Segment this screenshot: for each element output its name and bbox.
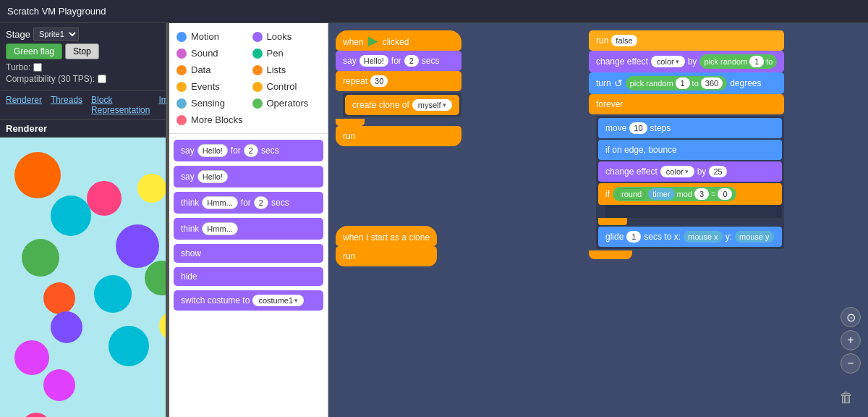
block-show[interactable]: show — [174, 244, 323, 263]
turbo-checkbox[interactable] — [33, 63, 42, 72]
zoom-in-button[interactable]: + — [841, 330, 861, 350]
category-motion[interactable]: Motion — [174, 29, 248, 44]
effect-amount-input[interactable]: 25 — [709, 166, 726, 177]
ball-16 — [159, 311, 166, 340]
turn-icon: ↺ — [614, 77, 623, 89]
block-run-false[interactable]: run false — [589, 30, 784, 51]
block-change-effect[interactable]: change effect color by pick random 1 to — [589, 51, 784, 72]
block-say-for-input2[interactable]: 2 — [244, 144, 258, 157]
block-say-for-2[interactable]: say Hello! for 2 secs — [336, 51, 461, 71]
block-say-for[interactable]: say Hello! for 2 secs — [174, 140, 323, 161]
cat-dot-data — [176, 65, 187, 75]
block-hat-flag[interactable]: when clicked — [336, 30, 461, 51]
block-hide[interactable]: hide — [174, 267, 323, 286]
green-flag-button[interactable]: Green flag — [6, 43, 62, 59]
block-think-for-end: secs — [271, 198, 289, 208]
block-change-effect-2[interactable]: change effect color by 25 — [598, 161, 782, 182]
run-false-input[interactable]: false — [611, 35, 637, 46]
canvas-area — [0, 138, 166, 417]
block-show-label: show — [181, 248, 201, 258]
block-turn[interactable]: turn ↺ pick random 1 to 360 degrees — [589, 72, 784, 94]
block-think-for[interactable]: think Hmm... for 2 secs — [174, 192, 323, 214]
zoom-out-button[interactable]: − — [841, 353, 861, 374]
cat-dot-sensing — [176, 98, 187, 109]
pick-random-block[interactable]: pick random 1 to — [699, 54, 777, 69]
category-list: MotionLooksSoundPenDataListsEventsContro… — [169, 23, 328, 134]
block-think[interactable]: think Hmm... — [174, 218, 323, 240]
category-sound[interactable]: Sound — [174, 46, 248, 61]
category-lists[interactable]: Lists — [250, 62, 324, 77]
repeat-input[interactable]: 30 — [370, 75, 388, 87]
ball-14 — [51, 311, 82, 343]
cat-dot-control — [252, 82, 263, 92]
block-if[interactable]: if round timer mod 3 = 0 — [598, 183, 782, 205]
nav-tabs: Renderer Threads Block Representation Im… — [0, 90, 166, 120]
block-forever[interactable]: forever — [589, 94, 784, 114]
block-say-for-mid: for — [231, 146, 241, 156]
trash-icon[interactable]: 🗑 — [839, 389, 859, 410]
move-input[interactable]: 10 — [629, 122, 647, 134]
category-data[interactable]: Data — [174, 62, 248, 77]
category-operators[interactable]: Operators — [250, 96, 324, 111]
block-say-for-input1[interactable]: Hello! — [197, 144, 228, 157]
block-think-input1[interactable]: Hmm... — [202, 222, 237, 235]
turbo-row: Turbo: — [6, 62, 160, 72]
block-run-clone[interactable]: run — [336, 246, 437, 266]
category-pen[interactable]: Pen — [250, 46, 324, 61]
stage-select-row: Stage Sprite1 — [6, 28, 160, 41]
compat-checkbox[interactable] — [98, 75, 106, 83]
repeat-block-wrap: repeat 30 create clone of myself — [336, 71, 461, 126]
block-glide[interactable]: glide 1 secs to x: mouse x y: mouse y — [598, 227, 782, 247]
block-run[interactable]: run — [336, 126, 461, 146]
block-think-for-input2[interactable]: 2 — [254, 196, 268, 209]
block-create-clone[interactable]: create clone of myself — [345, 95, 459, 115]
tab-threads[interactable]: Threads — [51, 95, 82, 115]
blocks-palette: MotionLooksSoundPenDataListsEventsContro… — [169, 23, 328, 417]
timer-input[interactable]: timer — [648, 188, 674, 200]
ball-13 — [14, 340, 49, 375]
effect-2-dropdown[interactable]: color — [660, 166, 694, 177]
if-block-wrap: if round timer mod 3 = 0 — [598, 183, 782, 225]
category-events[interactable]: Events — [174, 79, 248, 94]
cat-dot-events — [176, 82, 187, 92]
block-switch-costume[interactable]: switch costume to costume1 — [174, 290, 323, 311]
category-control[interactable]: Control — [250, 79, 324, 94]
block-say-input1[interactable]: Hello! — [197, 170, 228, 183]
cat-label-sensing: Sensing — [191, 98, 225, 109]
block-move[interactable]: move 10 steps — [598, 118, 782, 138]
block-hat-clone[interactable]: when I start as a clone — [336, 226, 437, 246]
scripts-container: when clicked say Hello! for 2 secs repea… — [328, 23, 868, 417]
cat-dot-sound — [176, 49, 187, 59]
block-switch-costume-input1[interactable]: costume1 — [252, 295, 304, 306]
zoom-fit-button[interactable]: ⊙ — [841, 307, 861, 327]
block-repeat[interactable]: repeat 30 — [336, 71, 461, 91]
category-sensing[interactable]: Sensing — [174, 96, 248, 111]
stop-button[interactable]: Stop — [65, 43, 99, 59]
effect-dropdown[interactable]: color — [651, 56, 685, 67]
block-bounce[interactable]: if on edge, bounce — [598, 140, 782, 160]
block-say-for-label: say — [181, 146, 195, 156]
ball-23 — [43, 369, 75, 401]
blocks-list: say Hello! for 2 secs say Hello! think H… — [169, 134, 328, 417]
tab-block-representation[interactable]: Block Representation — [91, 95, 150, 115]
compat-row: Compatibility (30 TPS): — [6, 74, 160, 84]
block-think-for-input1[interactable]: Hmm... — [202, 196, 237, 209]
cat-label-events: Events — [191, 81, 220, 92]
sprite-select[interactable]: Sprite1 — [33, 28, 79, 41]
ball-3 — [87, 181, 122, 216]
block-say[interactable]: say Hello! — [174, 166, 323, 188]
category-more-blocks[interactable]: More Blocks — [174, 112, 248, 127]
glide-secs-input[interactable]: 1 — [626, 231, 641, 243]
cat-dot-motion — [176, 32, 187, 42]
say-2-input[interactable]: 2 — [404, 55, 419, 67]
pick-random-2-block[interactable]: pick random 1 to 360 — [626, 76, 727, 90]
round-expr[interactable]: round timer mod 3 = 0 — [613, 187, 736, 201]
ball-5 — [137, 174, 166, 203]
tab-renderer[interactable]: Renderer — [6, 95, 42, 115]
ball-0 — [14, 152, 61, 198]
category-looks[interactable]: Looks — [250, 29, 324, 44]
clone-of-dropdown[interactable]: myself — [412, 99, 452, 111]
script-area: when clicked say Hello! for 2 secs repea… — [328, 23, 868, 417]
say-hello-input[interactable]: Hello! — [359, 55, 388, 67]
block-say-for-end: secs — [261, 146, 279, 156]
